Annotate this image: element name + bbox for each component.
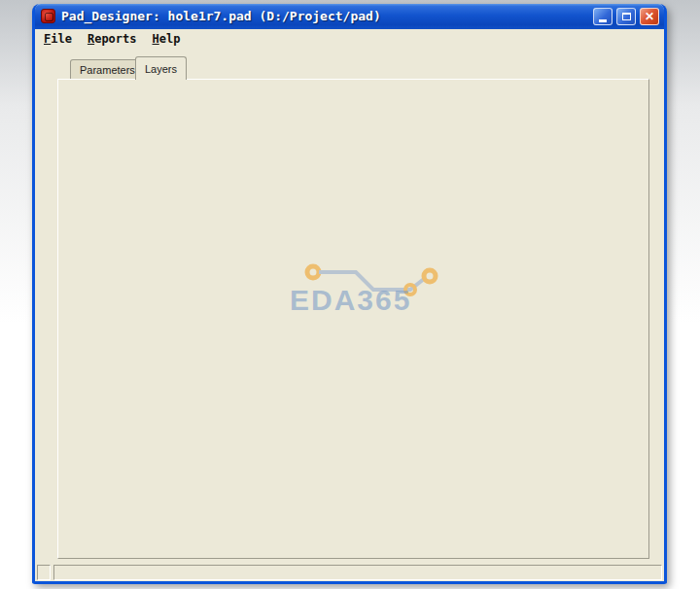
- menu-bar: File Reports Help: [35, 29, 664, 49]
- layers-tab-page: [57, 79, 649, 559]
- tab-layers[interactable]: Layers: [135, 56, 187, 80]
- menu-reports[interactable]: Reports: [88, 32, 137, 46]
- close-icon: ✕: [645, 11, 654, 22]
- minimize-icon: [599, 19, 607, 22]
- window-title: Pad_Designer: hole1r7.pad (D:/Project/pa…: [61, 9, 381, 23]
- app-icon: [41, 9, 55, 23]
- maximize-icon: [622, 13, 631, 20]
- tab-parameters[interactable]: Parameters: [70, 59, 145, 80]
- pad-designer-window: Pad_Designer: hole1r7.pad (D:/Project/pa…: [32, 4, 667, 584]
- close-button[interactable]: ✕: [640, 8, 659, 25]
- menu-file[interactable]: File: [44, 32, 72, 46]
- status-bar-grip: [37, 565, 51, 580]
- maximize-button[interactable]: [616, 8, 636, 25]
- status-bar: [53, 565, 662, 580]
- title-bar[interactable]: Pad_Designer: hole1r7.pad (D:/Project/pa…: [35, 4, 664, 29]
- menu-help[interactable]: Help: [153, 32, 181, 46]
- minimize-button[interactable]: [593, 8, 612, 25]
